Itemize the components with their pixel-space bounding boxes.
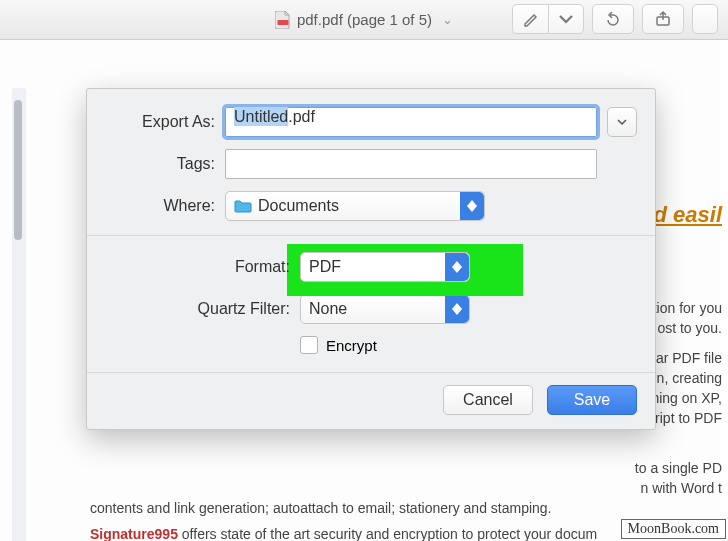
watermark: MoonBook.com <box>621 519 726 539</box>
bg-line: ost to you. <box>657 318 722 339</box>
titlebar: pdf.pdf (page 1 of 5) ⌄ <box>0 0 728 40</box>
markup-button[interactable] <box>512 4 548 34</box>
popup-arrows-icon <box>460 192 484 220</box>
where-label: Where: <box>105 197 225 215</box>
tags-label: Tags: <box>105 155 225 173</box>
bg-line: n with Word t <box>641 478 722 499</box>
export-as-input[interactable]: Untitled.pdf <box>225 107 597 137</box>
cancel-button[interactable]: Cancel <box>443 385 533 415</box>
popup-arrows-icon <box>445 295 469 323</box>
save-button[interactable]: Save <box>547 385 637 415</box>
markup-dropdown-button[interactable] <box>548 4 584 34</box>
quartz-filter-popup[interactable]: None <box>300 294 470 324</box>
format-popup[interactable]: PDF <box>300 252 470 282</box>
bg-line-bottom: contents and link generation; autoattach… <box>90 498 552 519</box>
encrypt-checkbox[interactable] <box>300 336 318 354</box>
bg-line: ion, creating <box>646 368 722 389</box>
app-window: pdf.pdf (page 1 of 5) ⌄ d eas <box>0 0 728 541</box>
quartz-filter-label: Quartz Filter: <box>105 300 300 318</box>
disclosure-button[interactable] <box>607 107 637 137</box>
more-button[interactable] <box>692 4 718 34</box>
bg-signature-name: Signature995 <box>90 526 178 541</box>
title-center[interactable]: pdf.pdf (page 1 of 5) ⌄ <box>275 11 453 29</box>
export-dialog: Export As: Untitled.pdf Tags: Where: <box>86 88 656 430</box>
bg-signature-line: Signature995 offers state of the art sec… <box>90 524 597 541</box>
document-title: pdf.pdf (page 1 of 5) <box>297 11 432 28</box>
tags-input[interactable] <box>225 149 597 179</box>
toolbar-right <box>512 4 718 34</box>
pdf-file-icon <box>275 11 291 29</box>
export-as-label: Export As: <box>105 113 225 131</box>
rotate-button[interactable] <box>592 4 634 34</box>
chevron-down-icon: ⌄ <box>442 12 453 27</box>
share-button[interactable] <box>642 4 684 34</box>
bg-header-link: d easil <box>654 198 722 231</box>
bg-line: to a single PD <box>635 458 722 479</box>
where-value: Documents <box>258 197 339 215</box>
popup-arrows-icon <box>445 253 469 281</box>
format-value: PDF <box>309 258 341 276</box>
svg-rect-0 <box>277 20 288 25</box>
scrollbar-thumb[interactable] <box>14 100 22 240</box>
encrypt-label: Encrypt <box>326 337 377 354</box>
folder-icon <box>234 199 252 213</box>
quartz-filter-value: None <box>309 300 347 318</box>
format-label: Format: <box>105 258 300 276</box>
bg-line: ching on XP, <box>644 388 722 409</box>
where-popup[interactable]: Documents <box>225 191 485 221</box>
